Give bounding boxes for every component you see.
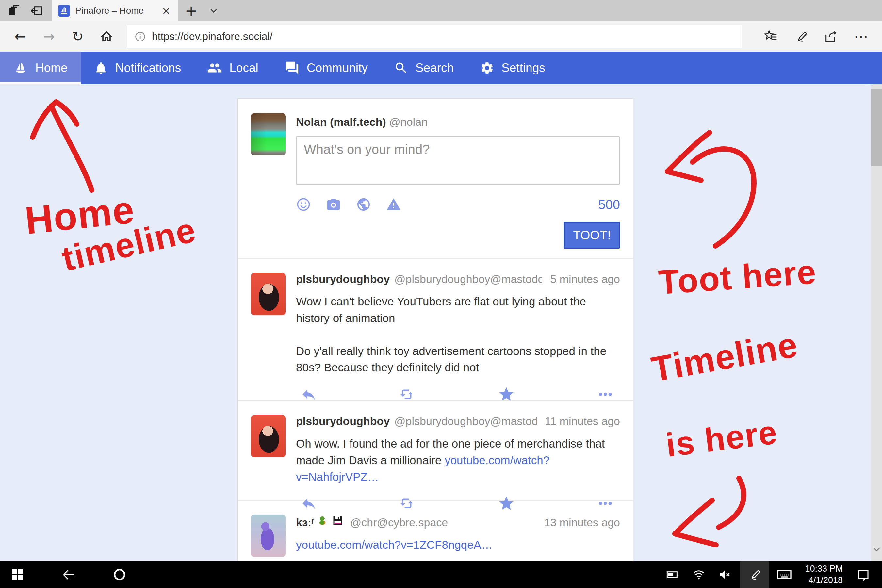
battery-icon[interactable] (662, 561, 683, 588)
nav-item-settings[interactable]: Settings (467, 52, 558, 84)
new-tab-icon[interactable]: + (178, 0, 205, 21)
more-icon[interactable] (597, 495, 614, 512)
browser-home-icon[interactable] (92, 24, 121, 50)
post-display-name[interactable]: plsburydoughboy (296, 273, 390, 285)
nav-item-community[interactable]: Community (272, 52, 381, 84)
more-icon[interactable] (597, 386, 614, 402)
camera-icon[interactable] (326, 197, 341, 212)
compose-box: Nolan (malf.tech) @nolan (238, 99, 633, 258)
post-paragraph: Oh wow. I found the ad for the one piece… (296, 435, 620, 485)
post-handle[interactable]: @plsburydoughboy@mastodon.s… (394, 415, 537, 428)
nav-label: Home (35, 61, 68, 75)
page-viewport: Home Notifications Local Community Searc… (0, 52, 882, 561)
nav-label: Community (307, 61, 368, 75)
more-options-icon[interactable]: ⋯ (846, 24, 876, 50)
toot-button[interactable]: TOOT! (564, 222, 620, 249)
avatar[interactable] (251, 113, 285, 156)
favorite-star-icon[interactable] (498, 386, 515, 403)
char-count: 500 (598, 197, 620, 212)
annotation-toot-here: Toot here (657, 252, 818, 302)
tab-list-chevron-icon[interactable] (205, 0, 222, 21)
set-tabs-aside-icon[interactable] (30, 4, 44, 18)
back-icon[interactable]: ← (6, 24, 34, 50)
post-link[interactable]: youtube.com/watch?v=1ZCF8ngqeA… (296, 538, 493, 551)
scrollbar-thumb[interactable] (871, 89, 882, 166)
reply-icon[interactable] (300, 386, 317, 402)
browser-toolbar: ← → ↻ https://dev.pinafore.social/ ⋯ (0, 21, 882, 52)
globe-icon[interactable] (356, 197, 371, 212)
cortana-icon[interactable] (110, 561, 129, 588)
boost-icon[interactable] (399, 495, 416, 512)
post-display-name[interactable]: kз:ʳ (296, 516, 314, 529)
scrollbar-down-icon[interactable] (872, 546, 881, 554)
content-warning-icon[interactable] (386, 197, 401, 212)
url-text: https://dev.pinafore.social/ (152, 30, 273, 42)
forward-icon[interactable]: → (34, 24, 63, 50)
close-tab-icon[interactable]: × (160, 6, 172, 16)
annotation-timeline-line1: Timeline (648, 324, 801, 390)
compose-toolbar: 500 (296, 197, 620, 212)
people-icon (207, 60, 222, 75)
clock-date: 4/1/2018 (805, 574, 843, 586)
screen: Pinafore – Home × + ← → ↻ https://dev.pi… (0, 0, 882, 588)
nav-label: Search (416, 61, 454, 75)
clock-time: 10:33 PM (805, 563, 843, 574)
compose-input[interactable] (296, 136, 620, 184)
site-info-icon[interactable] (134, 31, 146, 42)
dragon-emoji-icon (316, 514, 328, 526)
post: plsburydoughboy @plsburydoughboy@mastodo… (238, 258, 633, 400)
page-scrollbar[interactable] (871, 84, 882, 561)
nav-item-local[interactable]: Local (194, 52, 271, 84)
volume-muted-icon[interactable] (714, 561, 736, 588)
tabs-set-aside-list-icon[interactable] (7, 4, 20, 17)
taskbar-clock[interactable]: 10:33 PM 4/1/2018 (800, 563, 848, 586)
browser-tab-bar: Pinafore – Home × + (0, 0, 882, 21)
arrow-to-compose (668, 133, 754, 246)
nav-item-notifications[interactable]: Notifications (81, 52, 194, 84)
action-center-icon[interactable] (853, 561, 874, 588)
touch-keyboard-icon[interactable] (774, 561, 795, 588)
taskbar-left (8, 561, 129, 588)
annotation-timeline-word: timeline (58, 210, 200, 279)
post-handle[interactable]: @plsburydoughboy@mastodon.so… (394, 273, 542, 285)
favorite-star-icon[interactable] (498, 495, 515, 512)
favorites-hub-icon[interactable] (756, 24, 786, 50)
post-timestamp: 11 minutes ago (537, 415, 620, 428)
magnifier-icon (394, 61, 408, 75)
avatar[interactable] (251, 273, 285, 315)
floppy-disk-emoji-icon (332, 514, 344, 526)
reply-icon[interactable] (300, 495, 317, 512)
compose-display-name[interactable]: Nolan (malf.tech) (296, 116, 386, 128)
taskbar-back-icon[interactable] (59, 561, 78, 588)
post-actions (296, 559, 620, 561)
post-handle[interactable]: @chr@cybre.space (350, 516, 448, 529)
post-actions (296, 376, 620, 403)
browser-tab[interactable]: Pinafore – Home × (52, 0, 178, 21)
web-note-ink-icon[interactable] (786, 24, 816, 50)
windows-start-icon[interactable] (8, 561, 27, 588)
nav-item-search[interactable]: Search (381, 52, 467, 84)
avatar[interactable] (251, 415, 285, 458)
post-body: youtube.com/watch?v=1ZCF8ngqeA… (296, 537, 620, 554)
address-bar[interactable]: https://dev.pinafore.social/ (127, 25, 742, 48)
nav-label: Settings (501, 61, 545, 75)
pinafore-navbar: Home Notifications Local Community Searc… (0, 52, 882, 84)
emoji-icon[interactable] (296, 197, 311, 212)
pen-icon[interactable] (740, 561, 769, 588)
nav-item-home[interactable]: Home (0, 52, 81, 84)
tab-bar-actions (0, 0, 51, 21)
avatar[interactable] (251, 514, 285, 557)
boost-icon[interactable] (399, 386, 416, 402)
post-header: plsburydoughboy @plsburydoughboy@mastodo… (296, 415, 620, 428)
share-icon[interactable] (816, 24, 846, 50)
nav-label: Local (230, 61, 258, 75)
post-display-name[interactable]: plsburydoughboy (296, 415, 390, 428)
nav-label: Notifications (116, 61, 181, 75)
refresh-icon[interactable]: ↻ (63, 24, 92, 50)
speech-bubbles-icon (285, 60, 300, 75)
system-tray: 10:33 PM 4/1/2018 (662, 561, 874, 588)
wifi-icon[interactable] (688, 561, 710, 588)
sailboat-icon (13, 60, 28, 75)
post-header: kз:ʳ @chr@cybre.space 13 minutes ago (296, 514, 620, 529)
post-timestamp: 5 minutes ago (542, 273, 620, 285)
